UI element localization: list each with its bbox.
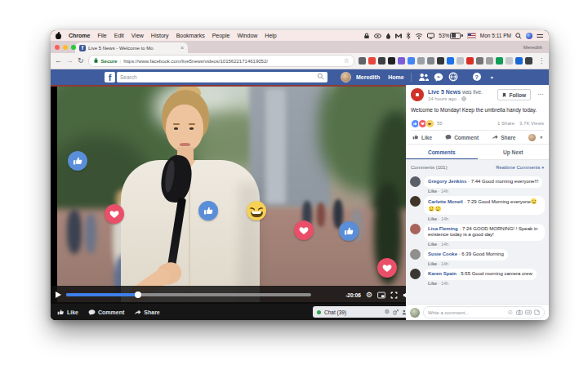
post-comment-button[interactable]: Comment bbox=[445, 134, 479, 140]
comment-avatar[interactable] bbox=[410, 176, 421, 187]
menu-file[interactable]: File bbox=[97, 33, 106, 38]
fullscreen-icon[interactable] bbox=[390, 292, 398, 299]
comment-avatar[interactable] bbox=[410, 249, 421, 260]
us-flag-icon[interactable] bbox=[467, 33, 476, 39]
display-status-icon[interactable] bbox=[427, 33, 434, 39]
browser-menu-icon[interactable]: ⋮ bbox=[538, 57, 545, 65]
back-icon[interactable]: ← bbox=[55, 57, 62, 65]
droplet-status-icon[interactable] bbox=[385, 33, 391, 39]
reload-icon[interactable]: ↻ bbox=[78, 57, 84, 65]
minimize-window-button[interactable] bbox=[63, 45, 68, 50]
apple-logo-icon[interactable] bbox=[56, 33, 61, 39]
eye-status-icon[interactable] bbox=[374, 33, 381, 39]
search-icon[interactable] bbox=[317, 73, 324, 81]
menu-view[interactable]: View bbox=[131, 33, 144, 38]
commenter-name[interactable]: Lisa Fleming bbox=[428, 226, 458, 231]
menu-help[interactable]: Help bbox=[265, 33, 276, 38]
nav-user-name[interactable]: Meredith bbox=[356, 74, 380, 80]
comment-like-link[interactable]: Like bbox=[428, 281, 437, 286]
post-timestamp[interactable]: 14 hours ago · bbox=[428, 96, 460, 101]
extension-icon[interactable] bbox=[368, 57, 376, 65]
menu-window[interactable]: Window bbox=[237, 33, 257, 38]
extension-icon[interactable] bbox=[515, 57, 523, 65]
post-more-icon[interactable]: ... bbox=[538, 90, 544, 96]
page-avatar[interactable] bbox=[411, 88, 424, 101]
friend-requests-icon[interactable] bbox=[418, 73, 429, 82]
commenter-name[interactable]: Gregory Jenkins bbox=[428, 179, 466, 184]
gif-icon[interactable] bbox=[525, 309, 532, 315]
extension-icon[interactable] bbox=[427, 57, 434, 65]
haha-reaction-icon[interactable] bbox=[425, 119, 434, 128]
extension-icon[interactable] bbox=[486, 57, 493, 65]
battery-indicator[interactable]: 53% bbox=[439, 33, 463, 39]
follow-button[interactable]: Follow bbox=[497, 89, 531, 100]
facebook-logo[interactable]: f bbox=[105, 72, 115, 82]
close-window-button[interactable] bbox=[55, 45, 60, 50]
commenter-name[interactable]: Karen Spain bbox=[428, 271, 457, 276]
gmail-status-icon[interactable] bbox=[395, 33, 402, 39]
seek-bar[interactable] bbox=[66, 293, 311, 296]
tab-close-icon[interactable]: × bbox=[180, 45, 184, 51]
spotlight-search-icon[interactable] bbox=[515, 33, 522, 39]
lock-status-icon[interactable] bbox=[363, 33, 370, 39]
reaction-count[interactable]: 55 bbox=[437, 121, 443, 126]
bookmark-star-icon[interactable]: ☆ bbox=[344, 57, 350, 65]
menu-bookmarks[interactable]: Bookmarks bbox=[176, 33, 205, 38]
extension-icon[interactable] bbox=[525, 57, 532, 65]
realtime-comments-selector[interactable]: Realtime Comments ▾ bbox=[496, 165, 544, 170]
post-share-button[interactable]: Share bbox=[492, 134, 515, 140]
menu-chrome[interactable]: Chrome bbox=[69, 33, 90, 38]
share-count[interactable]: 1 Share bbox=[497, 121, 514, 126]
forward-icon[interactable]: → bbox=[66, 57, 74, 65]
extension-icon[interactable] bbox=[466, 57, 474, 65]
extension-icon[interactable] bbox=[457, 57, 464, 65]
comment-avatar[interactable] bbox=[410, 269, 421, 279]
extension-icon[interactable] bbox=[417, 57, 425, 65]
tab-comments[interactable]: Comments bbox=[406, 145, 478, 160]
video-comment-button[interactable]: Comment bbox=[88, 309, 124, 316]
comment-like-link[interactable]: Like bbox=[428, 216, 437, 221]
extension-icon[interactable] bbox=[359, 57, 366, 65]
comment-avatar[interactable] bbox=[410, 196, 421, 207]
share-audience-selector[interactable]: ▾ bbox=[528, 134, 542, 141]
menu-history[interactable]: History bbox=[151, 33, 169, 38]
extension-icon[interactable] bbox=[378, 57, 385, 65]
extension-icon[interactable] bbox=[408, 57, 415, 65]
sticker-icon[interactable] bbox=[534, 309, 540, 315]
commenter-name[interactable]: Carlette Mcneil bbox=[428, 199, 463, 204]
help-icon[interactable]: ? bbox=[473, 73, 481, 81]
commenter-name[interactable]: Susie Cooke bbox=[428, 251, 457, 256]
bluetooth-status-icon[interactable] bbox=[406, 32, 411, 39]
menu-people[interactable]: People bbox=[212, 33, 230, 38]
video-share-button[interactable]: Share bbox=[134, 309, 159, 316]
extension-icon[interactable] bbox=[496, 57, 503, 65]
comment-like-link[interactable]: Like bbox=[428, 189, 437, 194]
extension-icon[interactable] bbox=[388, 57, 395, 65]
address-bar[interactable]: Secure | https://www.facebook.com/live5n… bbox=[88, 55, 354, 67]
extension-icon[interactable] bbox=[398, 57, 405, 65]
siri-icon[interactable] bbox=[526, 33, 532, 39]
seek-knob[interactable] bbox=[135, 292, 141, 298]
comment-like-link[interactable]: Like bbox=[428, 261, 437, 266]
user-avatar[interactable] bbox=[341, 72, 351, 82]
play-icon[interactable] bbox=[56, 292, 61, 298]
chat-people-icon[interactable] bbox=[402, 309, 406, 315]
chrome-profile-name[interactable]: Meredith bbox=[523, 45, 542, 50]
menu-clock[interactable]: Mon 5:11 PM bbox=[480, 33, 511, 38]
browser-tab[interactable]: f Live 5 News - Welcome to Mo × bbox=[75, 42, 188, 53]
live-video-player[interactable]: -20:06 ⚙ Like Comment Share bbox=[51, 85, 406, 320]
account-caret-icon[interactable]: ▾ bbox=[491, 74, 493, 80]
zoom-window-button[interactable] bbox=[71, 45, 76, 50]
tab-up-next[interactable]: Up Next bbox=[478, 145, 550, 160]
emoji-picker-icon[interactable]: ☺ bbox=[507, 309, 514, 316]
notifications-globe-icon[interactable] bbox=[448, 72, 458, 82]
pip-icon[interactable] bbox=[377, 292, 385, 299]
video-like-button[interactable]: Like bbox=[57, 309, 78, 316]
chat-popout-icon[interactable] bbox=[393, 309, 399, 315]
camera-icon[interactable] bbox=[516, 309, 523, 315]
volume-icon[interactable] bbox=[403, 292, 406, 299]
post-like-button[interactable]: Like bbox=[412, 134, 432, 140]
comment-like-link[interactable]: Like bbox=[428, 242, 437, 247]
wifi-status-icon[interactable] bbox=[415, 33, 423, 39]
nav-home-link[interactable]: Home bbox=[388, 74, 403, 80]
